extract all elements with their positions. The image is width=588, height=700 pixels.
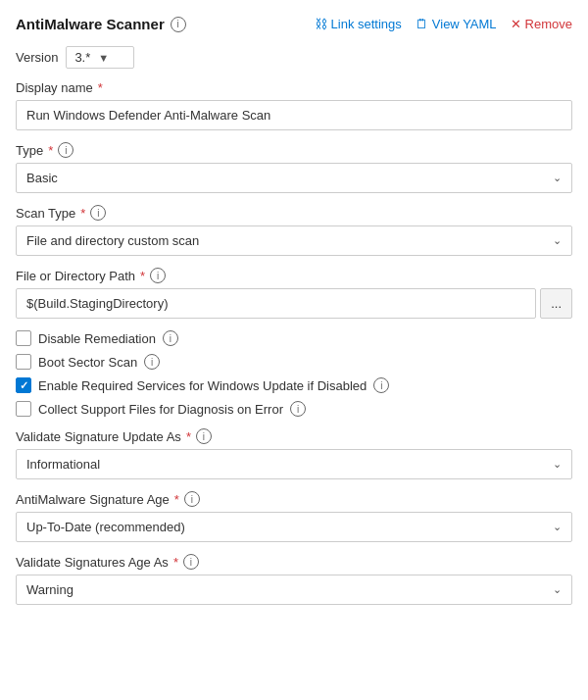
- boot-sector-scan-info-icon[interactable]: i: [144, 354, 160, 370]
- display-name-required: *: [98, 80, 103, 95]
- type-chevron-icon: ⌄: [553, 172, 562, 184]
- file-path-input[interactable]: [16, 288, 536, 319]
- enable-required-services-row: Enable Required Services for Windows Upd…: [16, 377, 572, 393]
- display-name-label: Display name *: [16, 80, 572, 95]
- file-path-row: ...: [16, 288, 572, 319]
- validate-signature-section: Validate Signature Update As * i Informa…: [16, 428, 572, 479]
- page-header: AntiMalware Scanner i ⛓ Link settings 🗒 …: [16, 16, 572, 32]
- disable-remediation-checkbox[interactable]: [16, 330, 31, 346]
- display-name-section: Display name *: [16, 80, 572, 130]
- collect-support-files-info-icon[interactable]: i: [290, 401, 306, 417]
- version-select[interactable]: 3.* ▼: [66, 46, 134, 69]
- disable-remediation-info-icon[interactable]: i: [163, 330, 178, 346]
- type-label: Type * i: [16, 142, 572, 158]
- remove-button[interactable]: ✕ Remove: [511, 17, 572, 31]
- signature-age-select[interactable]: Up-To-Date (recommended) ⌄: [16, 512, 572, 542]
- checkboxes-section: Disable Remediation i Boot Sector Scan i…: [16, 330, 572, 417]
- file-path-section: File or Directory Path * i ...: [16, 268, 572, 319]
- scan-type-chevron-icon: ⌄: [553, 234, 562, 247]
- validate-signature-required: *: [186, 429, 191, 444]
- validate-signature-info-icon[interactable]: i: [196, 428, 212, 444]
- file-path-label: File or Directory Path * i: [16, 268, 572, 283]
- signature-age-info-icon[interactable]: i: [184, 491, 200, 507]
- signature-age-chevron-icon: ⌄: [553, 521, 562, 533]
- scan-type-required: *: [80, 206, 85, 221]
- signature-age-label: AntiMalware Signature Age * i: [16, 491, 572, 507]
- validate-signatures-age-select[interactable]: Warning ⌄: [16, 575, 572, 605]
- header-actions: ⛓ Link settings 🗒 View YAML ✕ Remove: [315, 17, 572, 31]
- boot-sector-scan-row: Boot Sector Scan i: [16, 354, 572, 370]
- validate-signature-chevron-icon: ⌄: [553, 458, 562, 471]
- file-path-browse-button[interactable]: ...: [540, 288, 572, 319]
- boot-sector-scan-checkbox[interactable]: [16, 354, 31, 370]
- disable-remediation-label: Disable Remediation: [38, 331, 156, 346]
- collect-support-files-checkbox[interactable]: [16, 401, 31, 417]
- link-icon: ⛓: [315, 17, 327, 31]
- scan-type-label: Scan Type * i: [16, 205, 572, 221]
- collect-support-files-label: Collect Support Files for Diagnosis on E…: [38, 402, 283, 417]
- signature-age-section: AntiMalware Signature Age * i Up-To-Date…: [16, 491, 572, 542]
- validate-signatures-age-section: Validate Signatures Age As * i Warning ⌄: [16, 554, 572, 605]
- validate-signatures-age-label: Validate Signatures Age As * i: [16, 554, 572, 570]
- version-label: Version: [16, 50, 58, 65]
- scan-type-select[interactable]: File and directory custom scan ⌄: [16, 225, 572, 256]
- collect-support-files-row: Collect Support Files for Diagnosis on E…: [16, 401, 572, 417]
- boot-sector-scan-label: Boot Sector Scan: [38, 355, 137, 370]
- version-row: Version 3.* ▼: [16, 46, 572, 69]
- validate-signatures-age-required: *: [173, 555, 178, 570]
- link-settings-button[interactable]: ⛓ Link settings: [315, 17, 402, 31]
- version-chevron-icon: ▼: [98, 52, 109, 64]
- file-path-info-icon[interactable]: i: [150, 268, 166, 283]
- validate-signature-select[interactable]: Informational ⌄: [16, 449, 572, 479]
- signature-age-required: *: [174, 492, 179, 507]
- yaml-icon: 🗒: [416, 17, 428, 31]
- enable-required-services-checkbox[interactable]: [16, 377, 31, 393]
- validate-signatures-age-info-icon[interactable]: i: [183, 554, 199, 570]
- validate-signatures-age-chevron-icon: ⌄: [553, 583, 562, 596]
- enable-required-services-info-icon[interactable]: i: [373, 377, 389, 393]
- type-section: Type * i Basic ⌄: [16, 142, 572, 193]
- type-select[interactable]: Basic ⌄: [16, 163, 572, 193]
- type-info-icon[interactable]: i: [58, 142, 74, 158]
- type-required: *: [48, 143, 53, 158]
- scan-type-info-icon[interactable]: i: [90, 205, 106, 221]
- enable-required-services-label: Enable Required Services for Windows Upd…: [38, 378, 367, 393]
- version-value: 3.*: [74, 50, 90, 65]
- header-info-icon[interactable]: i: [171, 17, 186, 32]
- validate-signature-label: Validate Signature Update As * i: [16, 428, 572, 444]
- display-name-input[interactable]: [16, 100, 572, 130]
- disable-remediation-row: Disable Remediation i: [16, 330, 572, 346]
- page-title: AntiMalware Scanner: [16, 16, 165, 32]
- file-path-required: *: [140, 269, 145, 283]
- scan-type-section: Scan Type * i File and directory custom …: [16, 205, 572, 256]
- view-yaml-button[interactable]: 🗒 View YAML: [416, 17, 497, 31]
- header-left: AntiMalware Scanner i: [16, 16, 186, 32]
- remove-icon: ✕: [511, 17, 521, 31]
